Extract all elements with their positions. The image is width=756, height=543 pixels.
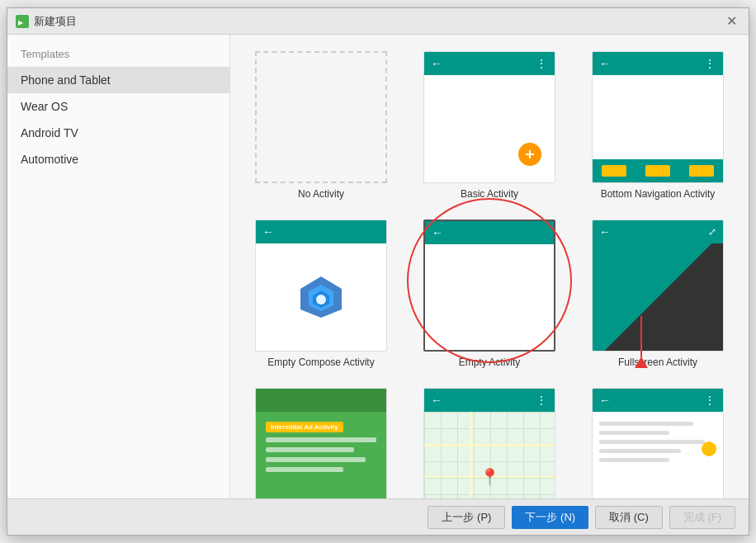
map-pin-icon: 📍 [480,467,500,487]
bottom-nav-thumb: ← ⋮ [592,51,724,183]
empty-activity-thumb: ← [423,220,555,352]
bottom-nav-label: Bottom Navigation Activity [601,188,716,200]
empty-compose-label: Empty Compose Activity [267,356,374,368]
maps-topbar: ← ⋮ [424,389,555,412]
compose-topbar: ← [256,220,386,243]
empty-body [425,244,554,350]
svg-point-7 [316,295,326,305]
scrolling-lines [593,412,723,469]
no-activity-label: No Activity [298,188,344,200]
sidebar-item-phone-tablet[interactable]: Phone and Tablet [7,67,229,93]
footer: 上一步 (P) 下一步 (N) 取消 (C) 完成 (F) [7,498,749,535]
svg-text:▶: ▶ [18,19,24,26]
back-arrow-icon6: ← [431,394,442,407]
template-basic-activity[interactable]: ← ⋮ Basic Activity [412,48,567,203]
maps-thumb: ← ⋮ 📍 [423,388,555,498]
fullscreen-thumb: ← ⤢ [592,220,724,352]
titlebar: ▶ 新建项目 ✕ [7,8,749,35]
map-body: 📍 [424,412,555,498]
bottom-nav-item2 [645,165,670,177]
menu-dots-icon3: ⋮ [536,394,548,407]
empty-topbar: ← [425,221,554,244]
titlebar-left: ▶ 新建项目 [16,14,77,29]
empty-compose-thumb: ← [255,220,387,352]
interstitial-ad-badge: Interstitial Ad Activity [266,422,343,432]
bottom-nav-body [593,75,723,182]
bottom-nav-item3 [689,165,714,177]
basic-activity-thumb: ← ⋮ [423,51,555,183]
cancel-button[interactable]: 取消 (C) [595,506,663,529]
map-road1 [424,444,555,446]
interstitial-body: Interstitial Ad Activity [256,412,386,498]
no-activity-thumb [255,51,387,183]
back-arrow-icon7: ← [599,394,611,407]
bottom-nav-item1 [602,165,626,177]
scrolling-topbar: ← ⋮ [593,389,723,412]
scroll-line2 [599,431,669,435]
compose-logo [296,272,346,322]
template-maps[interactable]: ← ⋮ 📍 [412,385,567,498]
compose-body [256,243,386,351]
back-arrow-icon: ← [431,57,442,70]
back-arrow-icon2: ← [599,57,611,70]
template-no-activity[interactable]: No Activity [243,48,399,203]
empty-activity-label: Empty Activity [459,356,521,368]
sidebar-item-android-tv[interactable]: Android TV [7,120,229,146]
finish-button[interactable]: 完成 (F) [669,506,735,529]
fullscreen-expand-icon: ⤢ [708,226,716,238]
sidebar-item-wear-os[interactable]: Wear OS [7,93,229,120]
scroll-line4 [599,449,681,453]
scrolling-fab [702,441,716,456]
scrolling-thumb: ← ⋮ [592,388,724,498]
template-empty-compose[interactable]: ← [243,216,399,371]
prev-button[interactable]: 上一步 (P) [428,506,505,529]
sidebar-heading: Templates [7,35,229,67]
fullscreen-bg [593,243,723,351]
new-project-dialog: ▶ 新建项目 ✕ Templates Phone and Tablet Wear… [7,7,749,536]
basic-body [424,75,555,182]
scroll-line5 [599,458,669,462]
bottom-nav-topbar: ← ⋮ [593,52,723,75]
app-icon: ▶ [16,15,29,28]
template-bottom-nav[interactable]: ← ⋮ Bottom Navigation Activity [580,48,735,203]
scroll-line3 [599,440,705,444]
close-button[interactable]: ✕ [723,13,740,30]
back-arrow-icon5: ← [599,225,611,238]
back-arrow-icon3: ← [262,225,274,238]
scrolling-body [593,412,723,498]
fullscreen-label: Fullscreen Activity [618,356,697,368]
basic-activity-label: Basic Activity [461,188,518,200]
interstitial-topbar [256,389,386,412]
template-grid: No Activity ← ⋮ [230,35,749,498]
template-empty-activity[interactable]: ← Empty Activity [412,216,567,371]
template-scrolling[interactable]: ← ⋮ [580,385,735,498]
dialog-title: 新建项目 [34,14,77,29]
back-arrow-icon4: ← [432,226,443,239]
menu-dots-icon2: ⋮ [704,57,716,70]
fullscreen-topbar: ← ⤢ [593,220,723,243]
sidebar: Templates Phone and Tablet Wear OS Andro… [7,35,230,498]
menu-dots-icon4: ⋮ [704,394,716,407]
map-road2 [470,412,472,498]
menu-dots-icon: ⋮ [536,57,548,70]
main-content: No Activity ← ⋮ [230,35,749,498]
fab-icon [518,143,541,166]
template-fullscreen[interactable]: ← ⤢ Fullscreen Activity [580,216,735,371]
template-interstitial[interactable]: Interstitial Ad Activity Interstitial Ad… [243,385,399,498]
interstitial-line1 [266,437,376,442]
interstitial-line4 [266,467,343,472]
sidebar-item-automotive[interactable]: Automotive [7,146,229,172]
interstitial-line3 [266,457,366,462]
bottom-nav-bar [593,159,723,182]
interstitial-line2 [266,447,354,452]
interstitial-thumb: Interstitial Ad Activity [255,388,387,498]
scroll-line1 [599,422,693,426]
next-button[interactable]: 下一步 (N) [512,506,588,529]
content-area: Templates Phone and Tablet Wear OS Andro… [7,35,749,498]
basic-topbar: ← ⋮ [424,52,555,75]
fullscreen-body [593,243,723,351]
